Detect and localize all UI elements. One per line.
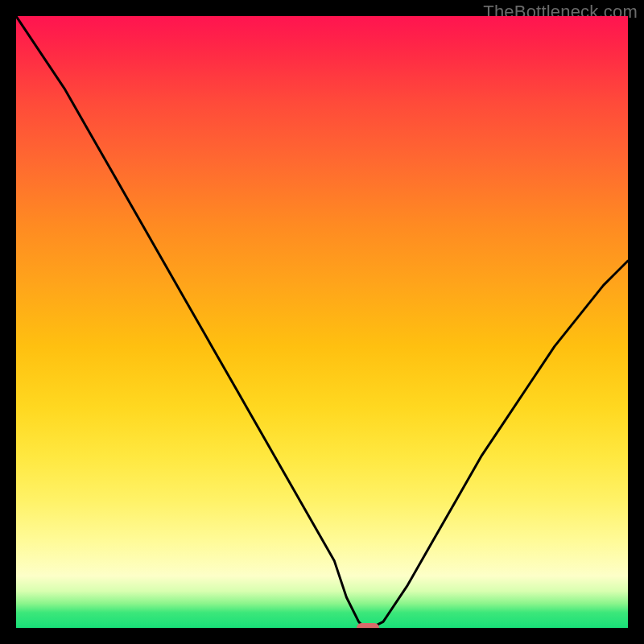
minimum-marker xyxy=(357,623,379,628)
bottleneck-curve xyxy=(16,16,628,628)
plot-area xyxy=(16,16,628,628)
chart-frame: TheBottleneck.com xyxy=(0,0,644,644)
